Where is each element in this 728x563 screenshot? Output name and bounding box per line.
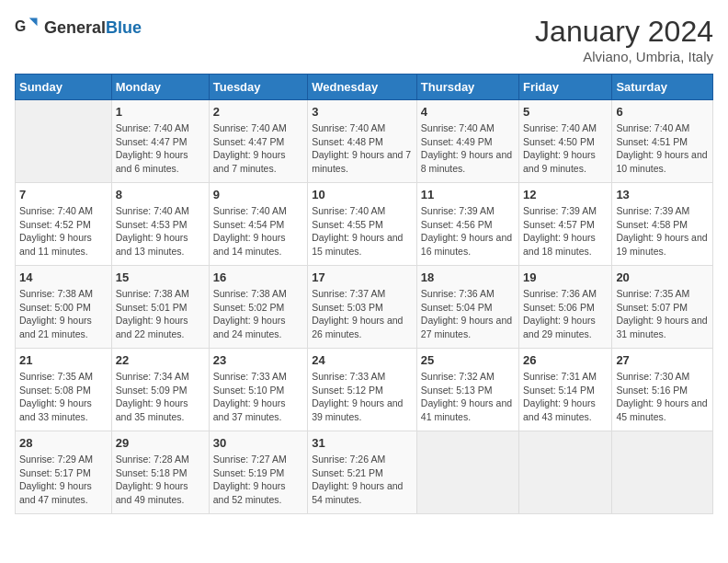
day-info: Sunrise: 7:26 AM Sunset: 5:21 PM Dayligh… (312, 453, 413, 507)
day-info: Sunrise: 7:40 AM Sunset: 4:55 PM Dayligh… (312, 204, 413, 259)
day-info: Sunrise: 7:33 AM Sunset: 5:12 PM Dayligh… (312, 370, 413, 424)
calendar-cell: 16 Sunrise: 7:38 AM Sunset: 5:02 PM Dayl… (209, 266, 307, 349)
logo-blue: Blue (106, 18, 142, 37)
day-info: Sunrise: 7:40 AM Sunset: 4:48 PM Dayligh… (312, 121, 413, 176)
weekday-header-saturday: Saturday (612, 75, 713, 100)
calendar-cell (612, 431, 713, 514)
calendar-header-row: SundayMondayTuesdayWednesdayThursdayFrid… (16, 75, 713, 100)
calendar-cell (416, 431, 518, 514)
day-info: Sunrise: 7:37 AM Sunset: 5:03 PM Dayligh… (312, 287, 413, 341)
day-number: 14 (19, 270, 108, 284)
weekday-header-thursday: Thursday (416, 75, 518, 100)
day-number: 13 (616, 188, 709, 201)
day-number: 7 (19, 188, 108, 201)
page-subtitle: Alviano, Umbria, Italy (535, 49, 713, 64)
day-number: 22 (116, 353, 205, 367)
day-number: 15 (116, 270, 205, 284)
day-info: Sunrise: 7:38 AM Sunset: 5:02 PM Dayligh… (213, 287, 303, 341)
day-number: 17 (312, 270, 413, 284)
day-info: Sunrise: 7:35 AM Sunset: 5:08 PM Dayligh… (19, 370, 108, 424)
day-info: Sunrise: 7:39 AM Sunset: 4:58 PM Dayligh… (616, 204, 709, 259)
calendar-week-row: 21 Sunrise: 7:35 AM Sunset: 5:08 PM Dayl… (16, 349, 713, 431)
calendar-cell: 12 Sunrise: 7:39 AM Sunset: 4:57 PM Dayl… (519, 183, 612, 266)
day-info: Sunrise: 7:36 AM Sunset: 5:04 PM Dayligh… (421, 287, 515, 341)
day-number: 8 (116, 188, 205, 201)
day-info: Sunrise: 7:34 AM Sunset: 5:09 PM Dayligh… (116, 370, 205, 424)
weekday-header-monday: Monday (111, 75, 209, 100)
day-info: Sunrise: 7:40 AM Sunset: 4:51 PM Dayligh… (616, 121, 709, 176)
calendar-cell: 3 Sunrise: 7:40 AM Sunset: 4:48 PM Dayli… (308, 100, 417, 183)
calendar-cell (16, 100, 112, 183)
day-number: 20 (616, 270, 709, 284)
day-number: 18 (421, 270, 515, 284)
calendar-cell: 31 Sunrise: 7:26 AM Sunset: 5:21 PM Dayl… (308, 431, 417, 514)
day-info: Sunrise: 7:40 AM Sunset: 4:50 PM Dayligh… (523, 121, 608, 176)
calendar-cell: 29 Sunrise: 7:28 AM Sunset: 5:18 PM Dayl… (111, 431, 209, 514)
weekday-header-friday: Friday (519, 75, 612, 100)
day-number: 10 (312, 188, 413, 201)
calendar-cell: 24 Sunrise: 7:33 AM Sunset: 5:12 PM Dayl… (308, 349, 417, 431)
calendar-cell: 22 Sunrise: 7:34 AM Sunset: 5:09 PM Dayl… (111, 349, 209, 431)
logo-icon: G (15, 15, 40, 40)
calendar-cell: 1 Sunrise: 7:40 AM Sunset: 4:47 PM Dayli… (111, 100, 209, 183)
day-number: 16 (213, 270, 303, 284)
calendar-table: SundayMondayTuesdayWednesdayThursdayFrid… (15, 74, 713, 514)
weekday-header-tuesday: Tuesday (209, 75, 307, 100)
calendar-cell (519, 431, 612, 514)
calendar-cell: 14 Sunrise: 7:38 AM Sunset: 5:00 PM Dayl… (16, 266, 112, 349)
day-info: Sunrise: 7:27 AM Sunset: 5:19 PM Dayligh… (213, 453, 303, 507)
calendar-cell: 5 Sunrise: 7:40 AM Sunset: 4:50 PM Dayli… (519, 100, 612, 183)
calendar-cell: 2 Sunrise: 7:40 AM Sunset: 4:47 PM Dayli… (209, 100, 307, 183)
day-number: 31 (312, 436, 413, 450)
calendar-week-row: 14 Sunrise: 7:38 AM Sunset: 5:00 PM Dayl… (16, 266, 713, 349)
day-number: 29 (116, 436, 205, 450)
calendar-cell: 25 Sunrise: 7:32 AM Sunset: 5:13 PM Dayl… (416, 349, 518, 431)
day-number: 25 (421, 353, 515, 367)
calendar-cell: 23 Sunrise: 7:33 AM Sunset: 5:10 PM Dayl… (209, 349, 307, 431)
day-number: 12 (523, 188, 608, 201)
calendar-cell: 20 Sunrise: 7:35 AM Sunset: 5:07 PM Dayl… (612, 266, 713, 349)
calendar-week-row: 1 Sunrise: 7:40 AM Sunset: 4:47 PM Dayli… (16, 100, 713, 183)
page-header: G GeneralBlue January 2024 Alviano, Umbr… (15, 15, 713, 64)
calendar-cell: 9 Sunrise: 7:40 AM Sunset: 4:54 PM Dayli… (209, 183, 307, 266)
day-number: 5 (523, 105, 608, 119)
day-number: 30 (213, 436, 303, 450)
day-info: Sunrise: 7:40 AM Sunset: 4:47 PM Dayligh… (116, 121, 205, 176)
calendar-week-row: 28 Sunrise: 7:29 AM Sunset: 5:17 PM Dayl… (16, 431, 713, 514)
calendar-cell: 28 Sunrise: 7:29 AM Sunset: 5:17 PM Dayl… (16, 431, 112, 514)
day-number: 28 (19, 436, 108, 450)
calendar-cell: 11 Sunrise: 7:39 AM Sunset: 4:56 PM Dayl… (416, 183, 518, 266)
logo: G GeneralBlue (15, 15, 142, 40)
calendar-cell: 17 Sunrise: 7:37 AM Sunset: 5:03 PM Dayl… (308, 266, 417, 349)
day-info: Sunrise: 7:39 AM Sunset: 4:56 PM Dayligh… (421, 204, 515, 259)
day-number: 6 (616, 105, 709, 119)
day-info: Sunrise: 7:30 AM Sunset: 5:16 PM Dayligh… (616, 370, 709, 424)
calendar-cell: 27 Sunrise: 7:30 AM Sunset: 5:16 PM Dayl… (612, 349, 713, 431)
day-number: 4 (421, 105, 515, 119)
day-info: Sunrise: 7:38 AM Sunset: 5:00 PM Dayligh… (19, 287, 108, 341)
day-number: 11 (421, 188, 515, 201)
day-number: 27 (616, 353, 709, 367)
day-info: Sunrise: 7:39 AM Sunset: 4:57 PM Dayligh… (523, 204, 608, 259)
day-info: Sunrise: 7:29 AM Sunset: 5:17 PM Dayligh… (19, 453, 108, 507)
calendar-week-row: 7 Sunrise: 7:40 AM Sunset: 4:52 PM Dayli… (16, 183, 713, 266)
calendar-cell: 13 Sunrise: 7:39 AM Sunset: 4:58 PM Dayl… (612, 183, 713, 266)
calendar-cell: 6 Sunrise: 7:40 AM Sunset: 4:51 PM Dayli… (612, 100, 713, 183)
day-info: Sunrise: 7:40 AM Sunset: 4:49 PM Dayligh… (421, 121, 515, 176)
day-info: Sunrise: 7:31 AM Sunset: 5:14 PM Dayligh… (523, 370, 608, 424)
calendar-cell: 15 Sunrise: 7:38 AM Sunset: 5:01 PM Dayl… (111, 266, 209, 349)
day-info: Sunrise: 7:28 AM Sunset: 5:18 PM Dayligh… (116, 453, 205, 507)
day-info: Sunrise: 7:36 AM Sunset: 5:06 PM Dayligh… (523, 287, 608, 341)
day-number: 1 (116, 105, 205, 119)
day-info: Sunrise: 7:38 AM Sunset: 5:01 PM Dayligh… (116, 287, 205, 341)
day-info: Sunrise: 7:40 AM Sunset: 4:47 PM Dayligh… (213, 121, 303, 176)
weekday-header-sunday: Sunday (16, 75, 112, 100)
calendar-cell: 30 Sunrise: 7:27 AM Sunset: 5:19 PM Dayl… (209, 431, 307, 514)
page-title: January 2024 (535, 15, 713, 49)
day-info: Sunrise: 7:32 AM Sunset: 5:13 PM Dayligh… (421, 370, 515, 424)
day-number: 21 (19, 353, 108, 367)
calendar-cell: 7 Sunrise: 7:40 AM Sunset: 4:52 PM Dayli… (16, 183, 112, 266)
calendar-cell: 10 Sunrise: 7:40 AM Sunset: 4:55 PM Dayl… (308, 183, 417, 266)
calendar-body: 1 Sunrise: 7:40 AM Sunset: 4:47 PM Dayli… (16, 100, 713, 514)
calendar-cell: 4 Sunrise: 7:40 AM Sunset: 4:49 PM Dayli… (416, 100, 518, 183)
